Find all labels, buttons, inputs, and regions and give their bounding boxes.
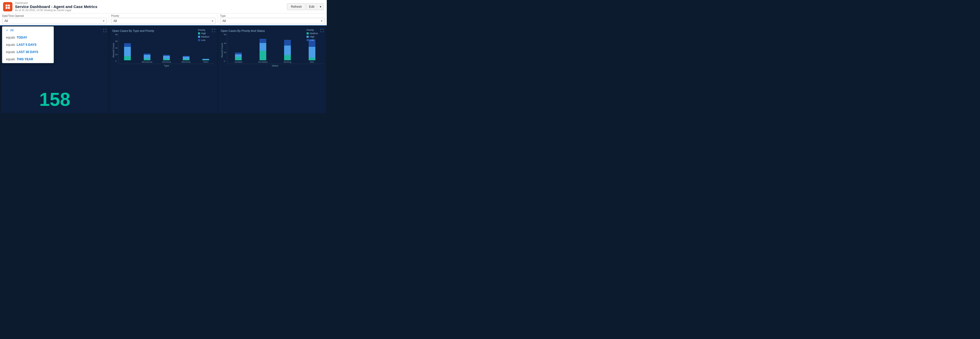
bar-new-medium — [309, 58, 315, 60]
bar-group-working: Working — [276, 40, 299, 63]
bar-group-other: Other — [197, 59, 215, 63]
filter-date-select[interactable]: All ▾ — [2, 18, 107, 24]
high-color-box — [198, 32, 200, 34]
dropdown-last30-prefix: equals — [6, 50, 15, 54]
legend-item-medium2: Medium — [307, 32, 318, 35]
expand-icon-type[interactable]: ⛶ — [212, 29, 215, 33]
filter-priority: Priority All ▾ — [111, 14, 216, 24]
dropdown-item-last30[interactable]: equals LAST 30 DAYS — [2, 48, 54, 56]
bar-escalated-label: Escalated — [259, 61, 267, 63]
bar-working-label: Working — [283, 61, 291, 63]
bar-mech-high — [144, 59, 150, 60]
expand-icon-total[interactable]: ⛶ — [103, 29, 107, 33]
edit-button[interactable]: Edit — [306, 3, 317, 10]
y-label-20: 20 — [115, 53, 118, 56]
dropdown-item-last5[interactable]: equals LAST 5 DAYS — [2, 41, 54, 48]
header-title-block: Dashboard Service Dashboard - Agent and … — [15, 2, 287, 12]
dropdown-today-value: TODAY — [16, 36, 27, 39]
dropdown-last5-prefix: equals — [6, 43, 15, 46]
dropdown-all-label: All — [10, 29, 13, 32]
bar-electronic-label: Electronic — [182, 61, 191, 63]
bar-dash-medium — [124, 47, 131, 56]
legend-label-priority: Priority — [198, 29, 209, 31]
expand-icon-priority-status[interactable]: ⛶ — [320, 29, 324, 33]
bar-elec-medium — [163, 56, 170, 59]
dropdown-thisyear-prefix: equals — [6, 58, 15, 61]
filter-bar: Date/Time Opened All ▾ Priority All ▾ Ty… — [0, 13, 327, 26]
breadcrumb: Dashboard — [15, 2, 287, 5]
filter-type-label: Type — [220, 14, 325, 18]
bar-other-high — [202, 60, 209, 60]
priority-legend-status: Priority Medium High Low — [307, 29, 318, 42]
filter-divider1 — [109, 15, 109, 24]
bar-group-electronic: Electronic — [177, 56, 195, 63]
legend-item-high: High — [198, 32, 209, 35]
bar-escalated-high — [259, 43, 266, 51]
bar-esclated-high — [235, 54, 242, 57]
filter-priority-chevron: ▾ — [212, 19, 213, 23]
filter-type-select[interactable]: All ▾ — [220, 18, 325, 24]
bar-elec-high — [163, 59, 170, 60]
bar-dash-low — [124, 43, 131, 47]
edit-dropdown-button[interactable]: ▾ — [318, 3, 324, 10]
legend-medium-label: Medium — [201, 35, 209, 38]
bar-dash-high — [124, 56, 131, 60]
check-icon: ✓ — [6, 29, 8, 32]
date-dropdown: ✓ All equals TODAY equals LAST 5 DAYS eq… — [2, 26, 54, 63]
legend-label-priority2: Priority — [307, 29, 318, 31]
priority-legend-type: Priority High Medium Low — [198, 29, 209, 42]
svg-rect-1 — [8, 5, 10, 6]
refresh-button[interactable]: Refresh — [287, 3, 305, 10]
dropdown-item-thisyear[interactable]: equals THIS YEAR — [2, 56, 54, 63]
bar-mech-label: Mechanical — [142, 61, 152, 63]
legend-item-medium: Medium — [198, 35, 209, 38]
app-icon — [3, 2, 13, 11]
bar-group-elec: Electrical — [158, 55, 175, 63]
bar-dash-label: - — [127, 61, 128, 63]
bar-esclated-low — [235, 53, 242, 54]
y-axis-type: 80 60 40 20 0 — [115, 34, 118, 67]
low-color-box — [198, 39, 200, 41]
dropdown-item-all[interactable]: ✓ All — [2, 27, 54, 34]
filter-priority-select[interactable]: All ▾ — [111, 18, 216, 24]
filter-divider2 — [218, 15, 218, 24]
bar-esclated-medium — [235, 57, 242, 60]
low2-color-box — [307, 39, 309, 41]
svg-rect-2 — [6, 7, 8, 8]
legend-high2-label: High — [310, 35, 315, 38]
legend-low2-label: Low — [310, 39, 314, 42]
medium-color-box — [198, 36, 200, 38]
y-label-60s: 60 — [224, 34, 226, 36]
y-axis-title-type: Record Count — [112, 34, 115, 67]
bar-working-medium — [284, 55, 291, 60]
bar-group-dash: - — [119, 43, 136, 63]
bar-esclated-label: esclated — [234, 61, 242, 63]
bar-escalated-low — [259, 39, 266, 43]
x-axis-title-status: Status — [227, 64, 323, 67]
bar-group-new: New — [301, 39, 323, 63]
bar-group-mech: Mechanical — [138, 54, 156, 63]
filter-date-value: All — [5, 19, 8, 23]
dropdown-last30-value: LAST 30 DAYS — [16, 50, 38, 54]
high2-color-box — [307, 36, 309, 38]
filter-date: Date/Time Opened All ▾ — [2, 14, 107, 24]
dropdown-thisyear-value: THIS YEAR — [16, 58, 33, 61]
dashboard-icon — [5, 4, 11, 10]
chart-type-priority-card: Open Cases By Type and Priority ⛶ Priori… — [110, 27, 217, 113]
bar-other-label: Other — [203, 61, 208, 63]
y-axis-title-status: Record Count — [221, 34, 223, 67]
y-axis-status: 60 40 20 0 — [224, 34, 227, 67]
dropdown-item-today[interactable]: equals TODAY — [2, 34, 54, 41]
legend-medium2-label: Medium — [310, 32, 318, 35]
bar-group-escalated: Escalated — [252, 39, 274, 63]
page-title: Service Dashboard - Agent and Case Metri… — [15, 5, 287, 9]
bar-working-low — [284, 40, 291, 46]
bar-elec-label: Electrical — [162, 61, 170, 63]
y-label-60: 60 — [115, 40, 118, 42]
bar-escalated-medium — [259, 51, 266, 60]
legend-high-label: High — [201, 32, 206, 35]
header-actions: Refresh Edit ▾ — [287, 3, 324, 10]
y-label-80: 80 — [115, 34, 118, 36]
header: Dashboard Service Dashboard - Agent and … — [0, 0, 327, 13]
bar-group-esclated: esclated — [227, 53, 250, 63]
